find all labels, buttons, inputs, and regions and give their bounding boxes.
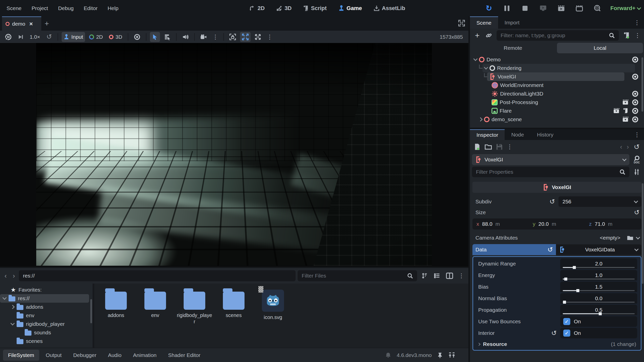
inspector-scrollbar[interactable] xyxy=(642,183,643,284)
embed-lock-button[interactable] xyxy=(227,32,238,42)
load-folder-icon[interactable] xyxy=(625,233,635,243)
pin-panel-icon[interactable] xyxy=(437,352,443,358)
bottom-tab-output[interactable]: Output xyxy=(41,350,67,361)
visibility-eye-icon[interactable] xyxy=(632,99,638,106)
local-button[interactable]: Local xyxy=(557,43,643,53)
tree-item-scenes[interactable]: scenes xyxy=(0,337,93,345)
fullscreen-button[interactable] xyxy=(253,32,263,42)
tab-inspector[interactable]: Inspector xyxy=(470,129,505,140)
game-viewport[interactable] xyxy=(0,43,468,267)
energy-slider[interactable]: 1.0 xyxy=(560,270,637,281)
filter-files-input[interactable]: Filter Files xyxy=(298,270,417,281)
chevron-down-icon[interactable] xyxy=(636,235,640,240)
tree-node-post-processing[interactable]: Post-Processing xyxy=(470,98,644,107)
zoom-level[interactable]: 1.0× xyxy=(28,32,42,42)
inspector-back-button[interactable]: ‹ xyxy=(618,143,624,151)
distraction-free-icon[interactable] xyxy=(458,20,465,26)
stop-button[interactable] xyxy=(520,3,530,14)
path-input[interactable]: res:// xyxy=(19,270,296,281)
bottom-tab-shader-editor[interactable]: Shader Editor xyxy=(163,350,205,361)
dock-menu[interactable]: ⋮ xyxy=(632,19,641,26)
interior-checkbox[interactable]: ✓ On xyxy=(560,328,637,338)
pause-button[interactable] xyxy=(502,3,512,14)
filesystem-menu[interactable]: ⋮ xyxy=(457,272,466,279)
history-forward-button[interactable]: › xyxy=(11,272,17,280)
bottom-tab-filesystem[interactable]: FileSystem xyxy=(3,350,39,361)
tab-scene[interactable]: Scene xyxy=(470,16,498,29)
view-options-menu[interactable]: ⋮ xyxy=(265,33,274,40)
grid-item-env[interactable]: env xyxy=(136,288,174,319)
panel-splitter[interactable] xyxy=(93,284,94,348)
tree-node-flare[interactable]: Flare xyxy=(470,107,644,115)
dynamic-range-slider[interactable]: 2.0 xyxy=(560,258,637,269)
movie-clip-icon[interactable] xyxy=(622,117,628,122)
sort-files-button[interactable] xyxy=(419,270,430,281)
menu-project[interactable]: Project xyxy=(27,0,53,16)
menu-debug[interactable]: Debug xyxy=(53,0,79,16)
renderer-select[interactable]: Forward+ xyxy=(610,5,640,12)
tune-filter-button[interactable] xyxy=(631,167,642,177)
tree-item-addons[interactable]: addons xyxy=(0,303,93,311)
grid-item-addons[interactable]: addons xyxy=(97,288,135,319)
workspace-game-button[interactable]: Game xyxy=(334,2,366,15)
workspace-script-button[interactable]: Script xyxy=(299,2,331,15)
grid-item-icon-svg[interactable]: icon.svg xyxy=(254,288,292,321)
bottom-tab-audio[interactable]: Audio xyxy=(103,350,127,361)
workspace-3d-button[interactable]: 3D xyxy=(272,2,296,15)
subdiv-select[interactable]: 256 xyxy=(558,196,641,207)
camera-preview-button[interactable] xyxy=(198,32,209,42)
save-resource-button[interactable] xyxy=(494,142,505,152)
tree-node-demo-scene[interactable]: demo_scene xyxy=(470,115,644,124)
favorites-header[interactable]: ★ Favorites: xyxy=(0,286,93,294)
grid-item-rigidbody-player[interactable]: rigidbody_player xyxy=(175,288,214,325)
resource-section-toggle[interactable]: Resource (1 change) xyxy=(475,339,639,349)
reset-zoom-button[interactable]: ↺ xyxy=(44,32,54,42)
next-frame-button[interactable] xyxy=(16,32,26,42)
tab-import[interactable]: Import xyxy=(498,16,526,29)
2d-view-button[interactable]: 2D xyxy=(87,32,105,42)
new-resource-button[interactable] xyxy=(472,142,482,152)
node-picker-button[interactable] xyxy=(162,32,173,42)
class-section-header[interactable]: VoxelGI xyxy=(472,182,641,193)
movie-clip-icon[interactable] xyxy=(622,100,628,105)
filter-properties-input[interactable]: Filter Properties xyxy=(472,167,629,177)
collapse-icon[interactable] xyxy=(473,57,478,61)
bottom-tab-debugger[interactable]: Debugger xyxy=(68,350,101,361)
inspector-forward-button[interactable]: › xyxy=(625,143,631,151)
workspace-2d-button[interactable]: 2D xyxy=(245,2,269,15)
inspector-dock-menu[interactable]: ⋮ xyxy=(632,131,641,138)
audio-mute-button[interactable] xyxy=(180,32,191,42)
new-tab-button[interactable]: + xyxy=(41,16,52,31)
bottom-tab-animation[interactable]: Animation xyxy=(128,350,162,361)
scene-filter-input[interactable]: Filter: name, t:type, g:group xyxy=(497,30,619,41)
camera-attributes-value[interactable]: <empty> xyxy=(600,235,620,241)
tab-history[interactable]: History xyxy=(531,129,560,140)
tree-node-demo[interactable]: Demo xyxy=(470,55,644,64)
tree-item-env[interactable]: env xyxy=(0,311,93,320)
tree-scrollbar[interactable] xyxy=(90,299,92,323)
size-vector3-field[interactable]: x88.0m y20.0m z71.0m xyxy=(472,218,641,230)
expand-icon[interactable] xyxy=(478,117,483,122)
bias-slider[interactable]: 1.5 xyxy=(560,282,637,292)
expand-panel-icon[interactable] xyxy=(448,352,455,358)
edited-object-select[interactable]: VoxelGI xyxy=(472,154,629,165)
visibility-eye-icon[interactable] xyxy=(632,108,638,114)
propagation-slider[interactable]: 0.5 xyxy=(560,305,637,315)
close-tab-icon[interactable]: × xyxy=(29,20,33,27)
visibility-eye-icon[interactable] xyxy=(632,116,638,123)
use-two-bounces-checkbox[interactable]: ✓ On xyxy=(560,316,637,327)
history-back-button[interactable]: ‹ xyxy=(3,272,9,280)
revert-icon[interactable]: ↺ xyxy=(551,330,557,336)
revert-icon[interactable]: ↺ xyxy=(547,246,553,253)
restart-button[interactable]: ↻ xyxy=(484,3,494,14)
load-resource-button[interactable] xyxy=(483,142,494,152)
more-options-menu[interactable]: ⋮ xyxy=(211,33,220,40)
resource-menu[interactable]: ⋮ xyxy=(505,143,514,150)
scene-tree-menu[interactable]: ⋮ xyxy=(633,32,642,39)
notification-bell-icon[interactable] xyxy=(385,352,391,358)
open-docs-button[interactable]: DOC xyxy=(631,154,642,165)
tree-node-voxelgi[interactable]: VoxelGI xyxy=(470,72,644,81)
tree-node-worldenvironment[interactable]: WorldEnvironment xyxy=(470,81,644,89)
input-mode-button[interactable]: Input xyxy=(62,32,85,42)
tree-node-rendering[interactable]: Rendering xyxy=(470,64,644,72)
